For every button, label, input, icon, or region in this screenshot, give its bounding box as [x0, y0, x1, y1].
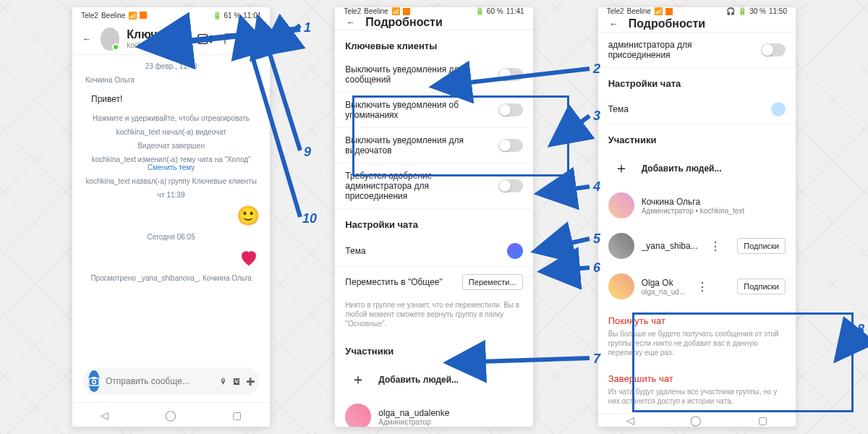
chat-settings-header: Настройки чата: [335, 209, 532, 236]
sticker-icon[interactable]: ➕: [246, 378, 255, 386]
member-row[interactable]: Olga Ok olga_na_ud... ⋮ Подписки: [598, 266, 796, 307]
phone-details-1: Tele2Beeline📶 🔋60 %11:41 ← Подробности К…: [335, 7, 532, 427]
theme-row[interactable]: Тема: [598, 95, 796, 124]
back-icon[interactable]: ←: [344, 15, 358, 30]
subscribe-button[interactable]: Подписки: [737, 238, 786, 254]
plus-icon: ＋: [345, 370, 371, 389]
time-stamp: Сегодня 06:05: [82, 233, 260, 241]
toggle[interactable]: [498, 68, 523, 81]
heart-reaction[interactable]: [238, 247, 260, 268]
admin-approval-row[interactable]: Требуется одобрение администратора для п…: [335, 163, 532, 209]
mute-video-row[interactable]: Выключить уведомления для видеочатов: [335, 128, 532, 163]
flag-icon[interactable]: [222, 32, 237, 46]
status-bar: Tele2Beeline📶 🔋60 %11:41: [335, 7, 532, 15]
add-people-row[interactable]: ＋ Добавить людей...: [598, 151, 796, 185]
android-nav: ◁ ◯ ▢: [72, 402, 270, 427]
more-icon[interactable]: ⋮: [692, 280, 712, 294]
avatar: [608, 273, 634, 299]
subscribe-button[interactable]: Подписки: [737, 278, 786, 294]
end-chat-desc: Из чата будут удалены все участники груп…: [598, 387, 796, 413]
status-bar: Tele2 Beeline 📶 🔋 61 % 11:01: [72, 7, 270, 23]
chat-avatar[interactable]: [101, 27, 120, 51]
more-icon[interactable]: ⋮: [705, 239, 726, 253]
add-people-row[interactable]: ＋ Добавить людей...: [335, 362, 532, 396]
move-button[interactable]: Перемести...: [462, 274, 523, 290]
nav-home-icon[interactable]: ◯: [165, 409, 176, 421]
details-header: ← Подробности: [598, 16, 796, 33]
callout-5: 5: [593, 231, 600, 247]
plus-icon: ＋: [608, 158, 634, 178]
back-icon[interactable]: ←: [81, 32, 93, 46]
callout-2: 2: [593, 61, 600, 77]
toggle[interactable]: [498, 139, 523, 152]
admin-approval-row-frag[interactable]: администратора для присоединения: [598, 33, 796, 68]
net-label: Beeline: [101, 12, 125, 20]
toggle[interactable]: [498, 103, 523, 116]
message-bubble[interactable]: Привет!: [82, 90, 131, 109]
time-stamp: чт 11:39: [82, 191, 260, 199]
callout-6: 6: [593, 260, 600, 276]
toggle[interactable]: [498, 179, 523, 192]
page-title: Подробности: [629, 17, 705, 30]
leave-chat[interactable]: Покинуть чат: [598, 307, 796, 329]
mute-messages-row[interactable]: Выключить уведомления для сообщений: [335, 57, 532, 93]
member-row[interactable]: Кочкина Ольга Администратор • kochkina_t…: [598, 185, 796, 226]
nav-back-icon[interactable]: ◁: [626, 414, 634, 426]
callout-4: 4: [593, 179, 600, 195]
chat-thread[interactable]: 23 февр., 11:48 Кочкина Ольга Привет! На…: [72, 55, 270, 402]
info-icon[interactable]: [247, 32, 261, 46]
reaction-hint: Нажмите и удерживайте, чтобы отреагирова…: [82, 114, 260, 122]
nav-back-icon[interactable]: ◁: [101, 409, 109, 421]
theme-color-dot[interactable]: [771, 102, 786, 116]
nav-recent-icon[interactable]: ▢: [758, 414, 767, 426]
emoji-reaction[interactable]: 🙂: [237, 205, 260, 227]
member-row[interactable]: _yana_shiba... ⋮ Подписки: [598, 226, 796, 266]
sim-icon: [140, 12, 147, 19]
theme-color-dot[interactable]: [507, 243, 523, 259]
chat-settings-header: Настройки чата: [598, 68, 796, 95]
system-msg: kochkina_text изменил(-а) тему чата на "…: [82, 156, 260, 171]
camera-button[interactable]: [88, 370, 100, 392]
gallery-icon[interactable]: 🖼: [233, 378, 240, 386]
video-call-icon[interactable]: [197, 32, 212, 46]
toggle[interactable]: [761, 43, 786, 56]
carrier-label: Tele2: [81, 12, 98, 20]
callout-8: 8: [857, 322, 864, 337]
message-input[interactable]: [106, 376, 214, 386]
nav-home-icon[interactable]: ◯: [690, 414, 702, 426]
phone-chat: Tele2 Beeline 📶 🔋 61 % 11:01 ← Ключевы..…: [72, 7, 270, 427]
svg-point-5: [93, 380, 96, 384]
mic-icon[interactable]: 🎙: [220, 378, 227, 386]
details-header: ← Подробности: [335, 15, 532, 30]
android-nav: ◁ ◯ ▢: [598, 413, 796, 427]
message-composer: 🎙 🖼 ➕: [82, 367, 260, 395]
theme-row[interactable]: Тема: [335, 236, 532, 267]
callout-3: 3: [593, 109, 600, 124]
leave-chat-desc: Вы больше не будете получать сообщения о…: [598, 329, 796, 365]
change-theme-link[interactable]: Сменить тему: [148, 163, 195, 171]
bt-icon: 🔋: [213, 12, 221, 20]
seen-by: Просмотрено _yana_shibanova_, Кочкина Ол…: [82, 274, 260, 282]
callout-9: 9: [304, 145, 311, 160]
svg-point-2: [253, 35, 255, 36]
nav-recent-icon[interactable]: ▢: [232, 409, 242, 421]
svg-rect-3: [253, 38, 255, 42]
chat-subtitle: kochkina_text ...: [127, 41, 190, 49]
avatar: [608, 233, 634, 259]
group-name[interactable]: Ключевые клиенты: [335, 30, 532, 57]
members-header: Участники: [598, 124, 796, 151]
member-row[interactable]: olga_na_udalenke Администратор: [335, 396, 532, 427]
avatar: [608, 192, 634, 218]
mute-mentions-row[interactable]: Выключить уведомления об упоминаниях: [335, 93, 532, 128]
chat-title[interactable]: Ключевы...: [127, 28, 190, 41]
move-row[interactable]: Переместить в "Общее" Перемести...: [335, 267, 532, 297]
sender-name: Кочкина Ольга: [85, 76, 135, 84]
system-msg: Видеочат завершен: [82, 142, 260, 150]
avatar: [345, 404, 371, 427]
end-chat[interactable]: Завершить чат: [598, 365, 796, 387]
back-icon[interactable]: ←: [607, 17, 621, 31]
clock: 11:01: [243, 12, 261, 20]
callout-1: 1: [304, 20, 311, 35]
move-hint: Никто в группе не узнает, что ее перемес…: [335, 297, 532, 336]
chat-header: ← Ключевы... kochkina_text ...: [72, 23, 270, 55]
